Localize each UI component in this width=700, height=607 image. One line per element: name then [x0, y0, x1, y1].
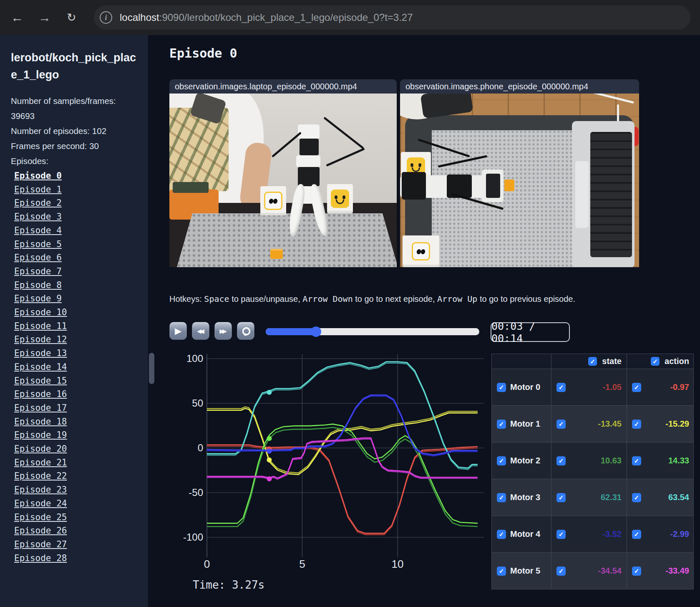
row-checkbox[interactable]: ✓ — [632, 383, 641, 392]
sidebar-episode-link[interactable]: Episode 11 — [14, 319, 148, 333]
sidebar-episode-link[interactable]: Episode 10 — [14, 306, 148, 319]
panda-box — [403, 235, 439, 267]
current-time-dot — [267, 436, 272, 441]
stat-samples: Number of samples/frames: 39693 — [11, 94, 138, 124]
row-checkbox[interactable]: ✓ — [632, 456, 641, 465]
sidebar-episode-link[interactable]: Episode 18 — [14, 415, 148, 429]
video-frame-laptop[interactable] — [169, 94, 397, 267]
sidebar-episode-link[interactable]: Episode 6 — [14, 251, 148, 265]
sidebar-episode-link[interactable]: Episode 3 — [14, 210, 148, 224]
rewind-button[interactable]: ◀◀ — [192, 322, 209, 340]
motor-label-cell: ✓Motor 5 — [492, 553, 551, 589]
trackpad — [575, 161, 589, 228]
row-checkbox[interactable]: ✓ — [632, 420, 641, 429]
row-checkbox[interactable]: ✓ — [556, 420, 566, 429]
reload-icon[interactable]: ↻ — [67, 8, 76, 27]
site-info-icon[interactable]: i — [100, 11, 112, 24]
sidebar-episode-link[interactable]: Episode 5 — [14, 238, 148, 251]
sidebar-episode-link[interactable]: Episode 19 — [14, 428, 148, 442]
current-time-dot — [267, 458, 272, 463]
forward-icon[interactable]: → — [38, 8, 51, 27]
sidebar-episode-link[interactable]: Episode 20 — [14, 442, 148, 456]
y-axis-tick-label: 100 — [186, 353, 203, 364]
state-value: 62.31 — [601, 493, 622, 502]
sidebar-episode-link[interactable]: Episode 17 — [14, 401, 148, 415]
address-bar[interactable]: i localhost:9090/lerobot/koch_pick_place… — [94, 5, 690, 30]
action-cell: ✓-15.29 — [627, 406, 694, 442]
row-checkbox[interactable]: ✓ — [497, 567, 506, 576]
progress-slider[interactable] — [266, 328, 479, 335]
row-checkbox[interactable]: ✓ — [556, 567, 566, 576]
sidebar: lerobot/koch_pick_place_1_lego Number of… — [0, 35, 148, 607]
row-checkbox[interactable]: ✓ — [632, 530, 641, 539]
sidebar-episode-link[interactable]: Episode 23 — [14, 483, 148, 497]
key-arrow-up: Arrow Up — [437, 294, 477, 304]
sidebar-episode-link[interactable]: Episode 14 — [14, 360, 148, 374]
row-checkbox[interactable]: ✓ — [556, 530, 566, 539]
loop-button[interactable] — [237, 322, 254, 340]
x-axis-tick-label: 5 — [299, 558, 305, 570]
sidebar-episode-link[interactable]: Episode 15 — [14, 374, 148, 388]
sidebar-episode-link[interactable]: Episode 2 — [14, 196, 148, 210]
key-space: Space — [204, 294, 229, 304]
table-body: ✓Motor 0✓-1.05✓-0.97✓Motor 1✓-13.45✓-15.… — [492, 369, 693, 589]
sidebar-episode-link[interactable]: Episode 22 — [14, 469, 148, 483]
row-checkbox[interactable]: ✓ — [497, 530, 506, 539]
row-checkbox[interactable]: ✓ — [556, 456, 566, 465]
video-frame-phone[interactable] — [400, 94, 639, 267]
row-checkbox[interactable]: ✓ — [556, 493, 566, 502]
series-action-motor-3 — [207, 362, 478, 468]
state-value: -13.45 — [598, 419, 622, 429]
dataset-title: lerobot/koch_pick_place_1_lego — [11, 49, 138, 83]
fast-forward-button[interactable]: ▶▶ — [214, 322, 232, 340]
sidebar-episode-link[interactable]: Episode 9 — [14, 292, 148, 306]
sidebar-episode-link[interactable]: Episode 7 — [14, 265, 148, 278]
sidebar-episode-link[interactable]: Episode 13 — [14, 346, 148, 360]
row-checkbox[interactable]: ✓ — [497, 493, 506, 502]
sidebar-episode-link[interactable]: Episode 24 — [14, 497, 148, 511]
motor-chart[interactable]: 100500-50-1000510Time: 3.27s — [167, 351, 491, 607]
motor-label-cell: ✓Motor 0 — [492, 369, 551, 405]
action-value: 63.54 — [668, 493, 689, 502]
sidebar-episode-link[interactable]: Episode 27 — [14, 538, 148, 551]
row-checkbox[interactable]: ✓ — [632, 567, 641, 576]
motor-label: Motor 1 — [510, 419, 540, 429]
motor-label: Motor 2 — [510, 456, 540, 465]
play-button[interactable]: ▶ — [169, 322, 187, 340]
state-value: -1.05 — [602, 382, 622, 392]
x-axis-tick-label: 10 — [392, 558, 404, 570]
motor-label: Motor 5 — [510, 566, 540, 576]
sidebar-episode-link[interactable]: Episode 4 — [14, 224, 148, 238]
row-checkbox[interactable]: ✓ — [632, 493, 641, 502]
url-text[interactable]: localhost:9090/lerobot/koch_pick_place_1… — [120, 12, 413, 23]
row-checkbox[interactable]: ✓ — [497, 456, 506, 465]
robot-motor — [447, 175, 472, 198]
state-cell: ✓10.63 — [551, 443, 627, 479]
keyboard — [590, 132, 632, 257]
row-checkbox[interactable]: ✓ — [497, 420, 506, 429]
robot-arm — [295, 124, 322, 216]
sidebar-episode-link[interactable]: Episode 25 — [14, 511, 148, 524]
state-column-checkbox[interactable]: ✓ — [588, 357, 597, 366]
state-cell: ✓-13.45 — [551, 406, 627, 442]
row-checkbox[interactable]: ✓ — [497, 383, 506, 392]
motor-label-cell: ✓Motor 1 — [492, 406, 551, 442]
table-row: ✓Motor 5✓-34.54✓-33.49 — [492, 553, 693, 589]
back-icon[interactable]: ← — [11, 8, 23, 27]
sidebar-episode-link[interactable]: Episode 1 — [14, 183, 148, 197]
table-row: ✓Motor 1✓-13.45✓-15.29 — [492, 406, 693, 443]
sidebar-episode-link[interactable]: Episode 8 — [14, 278, 148, 292]
sidebar-episode-link[interactable]: Episode 16 — [14, 387, 148, 401]
current-time-dot — [267, 449, 272, 454]
sidebar-episode-link[interactable]: Episode 0 — [14, 169, 148, 183]
motor-label: Motor 0 — [510, 382, 540, 392]
sidebar-episode-link[interactable]: Episode 12 — [14, 333, 148, 346]
slider-thumb[interactable] — [311, 326, 321, 337]
motor-label: Motor 3 — [510, 493, 540, 502]
sidebar-episode-link[interactable]: Episode 21 — [14, 456, 148, 470]
sidebar-episode-link[interactable]: Episode 26 — [14, 524, 148, 538]
action-value: -0.97 — [670, 382, 689, 392]
action-column-checkbox[interactable]: ✓ — [651, 357, 660, 366]
sidebar-episode-link[interactable]: Episode 28 — [14, 551, 148, 565]
row-checkbox[interactable]: ✓ — [556, 383, 566, 392]
